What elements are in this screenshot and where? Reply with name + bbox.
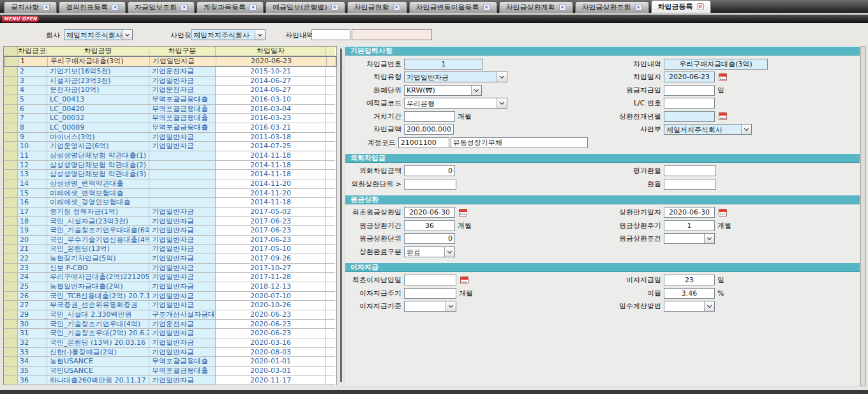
table-cell[interactable]: 삼성생명단체보험 약관대출(3)	[47, 170, 149, 179]
row-selector[interactable]	[4, 329, 18, 338]
table-cell[interactable]: 2020-06-23	[216, 329, 326, 338]
table-cell[interactable]	[326, 367, 335, 376]
company-select[interactable]: 제일저지주식회사	[64, 29, 133, 40]
table-cell[interactable]: 기업일반자금	[149, 338, 216, 348]
table-cell[interactable]	[326, 301, 335, 310]
table-cell[interactable]: 무역포괄금융대출	[149, 95, 216, 105]
table-cell[interactable]	[326, 95, 335, 105]
loan-date-field[interactable]	[664, 72, 715, 82]
table-cell[interactable]: 국민_온랜딩(13억)	[47, 245, 149, 254]
principal-pay-day-field[interactable]	[664, 85, 715, 96]
table-cell[interactable]: 2017-09-26	[216, 254, 326, 264]
table-cell[interactable]: 10	[18, 142, 47, 151]
table-cell[interactable]: 2017-05-10	[216, 245, 326, 254]
table-cell[interactable]: 기업일반자금	[149, 208, 216, 217]
row-selector[interactable]	[4, 301, 18, 310]
first-interest-date-field[interactable]	[404, 275, 456, 285]
eval-rate-field[interactable]	[664, 165, 716, 176]
table-cell[interactable]: LC_00420	[47, 105, 149, 114]
loan-detail-field[interactable]	[664, 59, 768, 70]
table-cell[interactable]: 2014-07-25	[216, 142, 326, 151]
tab-차입금등록[interactable]: 차입금등록✕	[651, 0, 711, 13]
close-icon[interactable]: ✕	[112, 4, 119, 11]
table-cell[interactable]: 12	[18, 161, 47, 170]
grace-period-field[interactable]	[404, 111, 455, 122]
table-cell[interactable]: 국민_우수기술기업신용대출(4억)	[47, 236, 149, 245]
row-selector[interactable]	[4, 217, 18, 227]
table-cell[interactable]: 26	[18, 292, 47, 301]
row-selector[interactable]	[4, 208, 18, 217]
table-cell[interactable]: 2017-11-28	[216, 273, 326, 282]
account-code-field[interactable]	[398, 137, 449, 148]
table-cell[interactable]	[326, 310, 335, 320]
row-selector[interactable]	[4, 292, 18, 301]
table-cell[interactable]	[326, 217, 335, 227]
tab-예금일보(은행별)[interactable]: 예금일보(은행별)✕	[266, 1, 345, 13]
table-cell[interactable]	[326, 264, 335, 273]
table-cell[interactable]: 기업일반자금	[149, 236, 216, 245]
table-cell[interactable]: 기업운전자금	[149, 67, 216, 77]
table-cell[interactable]	[326, 226, 335, 236]
table-cell[interactable]: 2014-06-27	[216, 86, 326, 95]
table-cell[interactable]: 31	[18, 329, 47, 338]
table-cell[interactable]: 29	[18, 310, 47, 320]
table-cell[interactable]: 기업일반자금	[149, 273, 216, 282]
table-cell[interactable]: 국민_시설자금(23억3천)	[47, 217, 149, 227]
deposit-code-select[interactable]: 우리은행	[404, 98, 507, 109]
table-cell[interactable]: 신보 P-CBO	[47, 264, 149, 273]
table-cell[interactable]: 시설자금(23억3천)	[47, 77, 149, 86]
table-cell[interactable]: 무역포괄금융대출	[149, 105, 216, 114]
table-cell[interactable]: 기업일반자금	[149, 133, 216, 142]
table-cell[interactable]: 삼성생명단체보험 약관대출(2)	[47, 161, 149, 170]
table-cell[interactable]	[326, 142, 335, 151]
table-cell[interactable]	[326, 77, 335, 86]
table-cell[interactable]: 무역포괄금융대출	[149, 357, 216, 367]
table-cell[interactable]: 2017-10-27	[216, 264, 326, 273]
table-cell[interactable]: 국민_시설대 2,330백만원	[47, 310, 149, 320]
table-cell[interactable]: 2014-06-27	[216, 77, 326, 86]
table-cell[interactable]: 기업일반자금	[149, 292, 216, 301]
table-cell[interactable]: 하나대출260백만원 20.11.17	[47, 376, 149, 386]
table-cell[interactable]: 기업일반자금	[149, 301, 216, 310]
table-cell[interactable]: LC_00032	[47, 114, 149, 123]
table-cell[interactable]: 2020-06-23	[216, 310, 326, 320]
site-select[interactable]: 제일저지주식회사	[191, 29, 266, 40]
table-cell[interactable]: 농협일반자금대출(2억)	[47, 282, 149, 292]
table-cell[interactable]: 27	[18, 301, 47, 310]
interest-basis-select[interactable]	[404, 301, 456, 312]
table-cell[interactable]: 2020-08-03	[216, 348, 326, 358]
table-row[interactable]: 10기업운영자금(6억)기업일반자금2014-07-25	[4, 142, 336, 151]
fx-amount-field[interactable]	[404, 165, 455, 176]
table-cell[interactable]: 2020-10-26	[216, 301, 326, 310]
table-cell[interactable]: 2016-03-21	[216, 123, 326, 133]
table-row[interactable]: 23신보 P-CBO기업일반자금2017-10-27	[4, 264, 336, 273]
table-cell[interactable]	[326, 236, 335, 245]
header-loan-code[interactable]: 차입금코드	[18, 47, 47, 56]
table-row[interactable]: 4운전자금(10억)기업운전자금2014-06-27	[4, 86, 336, 95]
row-selector[interactable]	[4, 86, 18, 95]
close-icon[interactable]: ✕	[393, 4, 400, 11]
table-row[interactable]: 17중기청 정책자금(1억)기업일반자금2017-05-02	[4, 208, 336, 217]
repay-open-ym-field[interactable]	[664, 111, 715, 122]
calendar-icon[interactable]	[719, 209, 727, 216]
row-selector[interactable]	[4, 95, 18, 105]
menu-open-button[interactable]: MENU OPEN	[2, 16, 39, 22]
table-cell[interactable]	[326, 179, 335, 189]
table-cell[interactable]: 부국증권_선순위유동화증권	[47, 301, 149, 310]
close-icon[interactable]: ✕	[250, 4, 257, 11]
table-row[interactable]: 33신한(-)통장예금(2억)기업일반자금2020-08-03	[4, 348, 336, 358]
table-cell[interactable]: 6	[18, 105, 47, 114]
table-cell[interactable]	[326, 208, 335, 217]
table-cell[interactable]: 2020-03-01	[216, 367, 326, 376]
loan-amount-field[interactable]	[404, 124, 454, 135]
table-cell[interactable]: 2014-11-18	[216, 170, 326, 179]
row-selector[interactable]	[4, 264, 18, 273]
table-cell[interactable]	[149, 198, 216, 208]
header-loan-date[interactable]: 차입일자	[216, 47, 326, 56]
close-icon[interactable]: ✕	[181, 4, 188, 11]
table-cell[interactable]: 2017-05-02	[216, 208, 326, 217]
close-icon[interactable]: ✕	[331, 4, 338, 11]
table-cell[interactable]: 3	[18, 77, 47, 86]
repay-period-field[interactable]	[404, 220, 455, 231]
close-icon[interactable]: ✕	[697, 3, 704, 10]
